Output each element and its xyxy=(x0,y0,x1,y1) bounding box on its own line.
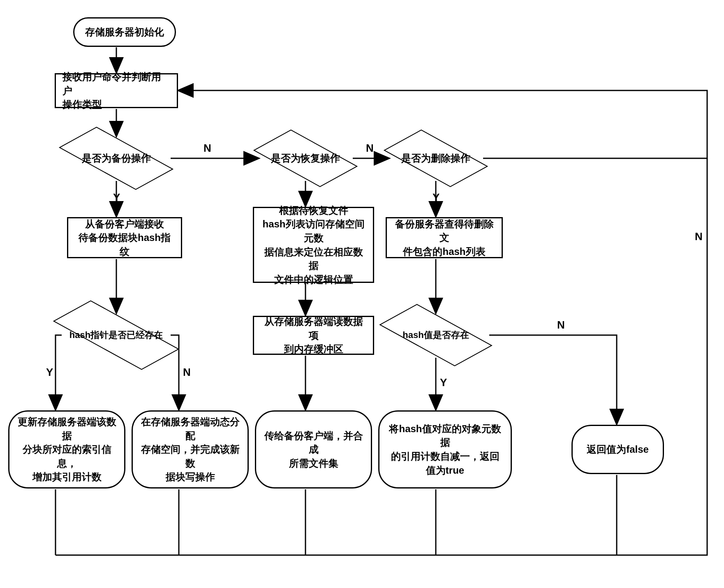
start-label: 存储服务器初始化 xyxy=(85,25,164,39)
process-receive-command: 接收用户命令并判断用户 操作类型 xyxy=(55,73,178,108)
terminator-update-index: 更新存储服务器端该数据 分块所对应的索引信息， 增加其引用计数 xyxy=(8,410,125,488)
terminator-start: 存储服务器初始化 xyxy=(73,17,176,47)
d-backup-label: 是否为备份操作 xyxy=(82,152,151,164)
d-hashptr-label: hash指针是否已经存在 xyxy=(69,329,163,341)
decision-is-backup: 是否为备份操作 xyxy=(62,132,171,185)
process-lookup-hashlist: 备份服务器查得待删除文 件包含的hash列表 xyxy=(386,217,503,258)
recv-label: 接收用户命令并判断用户 操作类型 xyxy=(62,70,170,111)
label-n-delete: N xyxy=(695,230,703,243)
label-n-hashptr: N xyxy=(183,366,191,379)
label-n-backup: N xyxy=(204,142,211,155)
decision-is-delete: 是否为删除操作 xyxy=(389,132,483,185)
terminator-return-false: 返回值为false xyxy=(571,425,664,474)
terminator-allocate-storage: 在存储服务器端动态分配 存储空间，并完成该新数 据块写操作 xyxy=(132,410,249,488)
t-false-label: 返回值为false xyxy=(587,442,649,456)
p-delete1-label: 备份服务器查得待删除文 件包含的hash列表 xyxy=(393,217,495,259)
t-restore3-label: 传给备份客户端，并合成 所需文件集 xyxy=(263,429,364,470)
label-y-delete: Y xyxy=(433,191,439,204)
d-delete-label: 是否为删除操作 xyxy=(401,152,470,164)
label-y-hashval: Y xyxy=(440,376,447,389)
decision-is-restore: 是否为恢复操作 xyxy=(258,132,353,185)
p-restore1-label: 根据待恢复文件 hash列表访问存储空间元数 据信息来定位在相应数据 文件中的逻… xyxy=(261,204,366,287)
label-y-backup: Y xyxy=(113,191,120,204)
terminator-send-to-client: 传给备份客户端，并合成 所需文件集 xyxy=(255,410,372,488)
t-alloc-label: 在存储服务器端动态分配 存储空间，并完成该新数 据块写操作 xyxy=(139,415,241,484)
decision-hash-pointer-exists: hash指针是否已经存在 xyxy=(53,308,179,362)
label-y-restore: Y xyxy=(302,191,309,204)
decision-hash-value-exists: hash值是否存在 xyxy=(382,308,489,362)
p-restore2-label: 从存储服务器端读数据项 到内存缓冲区 xyxy=(261,315,366,356)
process-recv-hash-fingerprint: 从备份客户端接收 待备份数据块hash指纹 xyxy=(67,217,182,258)
p-backup1-label: 从备份客户端接收 待备份数据块hash指纹 xyxy=(75,217,174,259)
label-n-restore: N xyxy=(366,142,374,155)
process-locate-by-hashlist: 根据待恢复文件 hash列表访问存储空间元数 据信息来定位在相应数据 文件中的逻… xyxy=(253,207,374,283)
terminator-decrement-refcount: 将hash值对应的对象元数据 的引用计数自减一，返回 值为true xyxy=(378,410,512,488)
d-hashval-label: hash值是否存在 xyxy=(402,329,469,341)
flowchart-canvas: 存储服务器初始化 接收用户命令并判断用户 操作类型 是否为备份操作 是否为恢复操… xyxy=(8,8,715,580)
t-update-label: 更新存储服务器端该数据 分块所对应的索引信息， 增加其引用计数 xyxy=(16,415,118,484)
t-dec-label: 将hash值对应的对象元数据 的引用计数自减一，返回 值为true xyxy=(386,422,504,477)
label-n-hashval: N xyxy=(557,319,565,331)
process-read-to-buffer: 从存储服务器端读数据项 到内存缓冲区 xyxy=(253,316,374,355)
label-y-hashptr: Y xyxy=(46,366,53,379)
d-restore-label: 是否为恢复操作 xyxy=(271,152,340,164)
